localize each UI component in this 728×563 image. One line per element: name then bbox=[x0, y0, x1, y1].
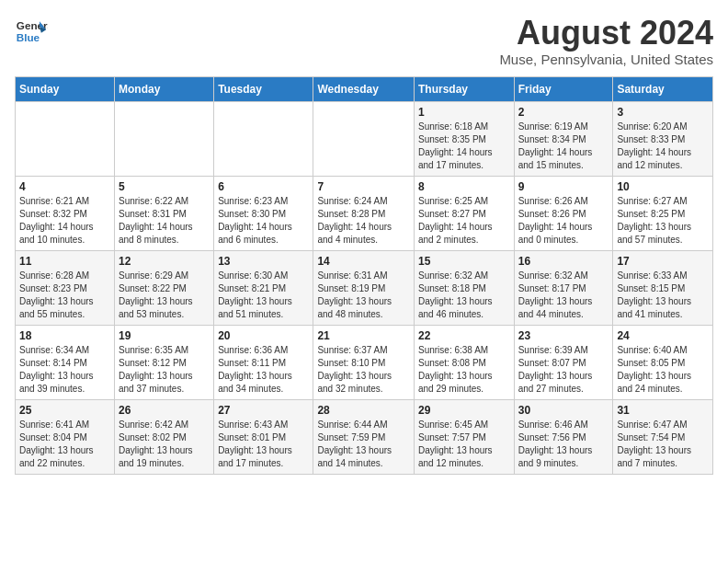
day-detail: Sunrise: 6:39 AM Sunset: 8:07 PM Dayligh… bbox=[518, 344, 609, 396]
day-detail: Sunrise: 6:42 AM Sunset: 8:02 PM Dayligh… bbox=[119, 419, 210, 470]
day-detail: Sunrise: 6:22 AM Sunset: 8:31 PM Dayligh… bbox=[119, 195, 210, 247]
day-number: 28 bbox=[317, 404, 410, 417]
calendar-cell: 27Sunrise: 6:43 AM Sunset: 8:01 PM Dayli… bbox=[214, 399, 313, 474]
calendar-cell: 22Sunrise: 6:38 AM Sunset: 8:08 PM Dayli… bbox=[414, 325, 514, 399]
calendar-cell: 8Sunrise: 6:25 AM Sunset: 8:27 PM Daylig… bbox=[414, 176, 514, 250]
weekday-header-thursday: Thursday bbox=[414, 76, 514, 101]
day-number: 12 bbox=[119, 255, 210, 268]
day-detail: Sunrise: 6:34 AM Sunset: 8:14 PM Dayligh… bbox=[19, 344, 110, 396]
calendar-cell bbox=[214, 101, 313, 176]
day-number: 29 bbox=[418, 404, 510, 417]
calendar-cell: 9Sunrise: 6:26 AM Sunset: 8:26 PM Daylig… bbox=[514, 176, 613, 250]
calendar-cell: 31Sunrise: 6:47 AM Sunset: 7:54 PM Dayli… bbox=[613, 399, 713, 474]
logo-icon: General Blue bbox=[15, 15, 48, 48]
day-number: 15 bbox=[418, 255, 510, 268]
weekday-header-row: SundayMondayTuesdayWednesdayThursdayFrid… bbox=[16, 76, 713, 101]
calendar-cell: 24Sunrise: 6:40 AM Sunset: 8:05 PM Dayli… bbox=[613, 325, 713, 399]
day-detail: Sunrise: 6:35 AM Sunset: 8:12 PM Dayligh… bbox=[119, 344, 210, 396]
day-detail: Sunrise: 6:36 AM Sunset: 8:11 PM Dayligh… bbox=[218, 344, 309, 396]
calendar-cell: 30Sunrise: 6:46 AM Sunset: 7:56 PM Dayli… bbox=[514, 399, 613, 474]
calendar-cell bbox=[313, 101, 415, 176]
calendar-cell: 16Sunrise: 6:32 AM Sunset: 8:17 PM Dayli… bbox=[514, 250, 613, 325]
day-detail: Sunrise: 6:46 AM Sunset: 7:56 PM Dayligh… bbox=[518, 419, 609, 470]
location: Muse, Pennsylvania, United States bbox=[499, 52, 713, 67]
day-number: 16 bbox=[518, 255, 609, 268]
day-number: 14 bbox=[317, 255, 410, 268]
calendar-cell: 29Sunrise: 6:45 AM Sunset: 7:57 PM Dayli… bbox=[414, 399, 514, 474]
day-detail: Sunrise: 6:25 AM Sunset: 8:27 PM Dayligh… bbox=[418, 195, 510, 247]
day-detail: Sunrise: 6:18 AM Sunset: 8:35 PM Dayligh… bbox=[418, 121, 510, 172]
day-number: 7 bbox=[317, 180, 410, 193]
day-number: 21 bbox=[317, 329, 410, 342]
calendar-cell: 10Sunrise: 6:27 AM Sunset: 8:25 PM Dayli… bbox=[613, 176, 713, 250]
day-number: 30 bbox=[518, 404, 609, 417]
week-row-1: 1Sunrise: 6:18 AM Sunset: 8:35 PM Daylig… bbox=[16, 101, 713, 176]
calendar-cell: 17Sunrise: 6:33 AM Sunset: 8:15 PM Dayli… bbox=[613, 250, 713, 325]
calendar-cell: 15Sunrise: 6:32 AM Sunset: 8:18 PM Dayli… bbox=[414, 250, 514, 325]
day-number: 2 bbox=[518, 106, 609, 119]
day-number: 26 bbox=[119, 404, 210, 417]
day-number: 5 bbox=[119, 180, 210, 193]
calendar-cell: 26Sunrise: 6:42 AM Sunset: 8:02 PM Dayli… bbox=[115, 399, 214, 474]
day-detail: Sunrise: 6:24 AM Sunset: 8:28 PM Dayligh… bbox=[317, 195, 410, 247]
day-detail: Sunrise: 6:32 AM Sunset: 8:17 PM Dayligh… bbox=[518, 270, 609, 321]
day-number: 18 bbox=[19, 329, 110, 342]
day-number: 11 bbox=[19, 255, 110, 268]
weekday-header-saturday: Saturday bbox=[613, 76, 713, 101]
day-detail: Sunrise: 6:26 AM Sunset: 8:26 PM Dayligh… bbox=[518, 195, 609, 247]
day-detail: Sunrise: 6:29 AM Sunset: 8:22 PM Dayligh… bbox=[119, 270, 210, 321]
weekday-header-tuesday: Tuesday bbox=[214, 76, 313, 101]
calendar-cell: 18Sunrise: 6:34 AM Sunset: 8:14 PM Dayli… bbox=[16, 325, 115, 399]
weekday-header-monday: Monday bbox=[115, 76, 214, 101]
week-row-2: 4Sunrise: 6:21 AM Sunset: 8:32 PM Daylig… bbox=[16, 176, 713, 250]
calendar-cell: 25Sunrise: 6:41 AM Sunset: 8:04 PM Dayli… bbox=[16, 399, 115, 474]
day-number: 19 bbox=[119, 329, 210, 342]
day-number: 22 bbox=[418, 329, 510, 342]
day-number: 31 bbox=[617, 404, 709, 417]
day-number: 23 bbox=[518, 329, 609, 342]
day-detail: Sunrise: 6:20 AM Sunset: 8:33 PM Dayligh… bbox=[617, 121, 709, 172]
day-detail: Sunrise: 6:40 AM Sunset: 8:05 PM Dayligh… bbox=[617, 344, 709, 396]
calendar-cell: 23Sunrise: 6:39 AM Sunset: 8:07 PM Dayli… bbox=[514, 325, 613, 399]
month-year: August 2024 bbox=[499, 15, 713, 52]
calendar-cell: 28Sunrise: 6:44 AM Sunset: 7:59 PM Dayli… bbox=[313, 399, 415, 474]
day-number: 3 bbox=[617, 106, 709, 119]
day-detail: Sunrise: 6:28 AM Sunset: 8:23 PM Dayligh… bbox=[19, 270, 110, 321]
day-detail: Sunrise: 6:21 AM Sunset: 8:32 PM Dayligh… bbox=[19, 195, 110, 247]
day-detail: Sunrise: 6:38 AM Sunset: 8:08 PM Dayligh… bbox=[418, 344, 510, 396]
day-number: 9 bbox=[518, 180, 609, 193]
svg-text:Blue: Blue bbox=[17, 31, 40, 43]
calendar-cell: 2Sunrise: 6:19 AM Sunset: 8:34 PM Daylig… bbox=[514, 101, 613, 176]
calendar-cell bbox=[16, 101, 115, 176]
calendar-cell: 3Sunrise: 6:20 AM Sunset: 8:33 PM Daylig… bbox=[613, 101, 713, 176]
day-number: 25 bbox=[19, 404, 110, 417]
calendar-cell: 11Sunrise: 6:28 AM Sunset: 8:23 PM Dayli… bbox=[16, 250, 115, 325]
calendar-cell bbox=[115, 101, 214, 176]
calendar-cell: 4Sunrise: 6:21 AM Sunset: 8:32 PM Daylig… bbox=[16, 176, 115, 250]
title-area: August 2024 Muse, Pennsylvania, United S… bbox=[499, 15, 713, 67]
week-row-3: 11Sunrise: 6:28 AM Sunset: 8:23 PM Dayli… bbox=[16, 250, 713, 325]
day-detail: Sunrise: 6:32 AM Sunset: 8:18 PM Dayligh… bbox=[418, 270, 510, 321]
day-detail: Sunrise: 6:44 AM Sunset: 7:59 PM Dayligh… bbox=[317, 419, 410, 470]
day-number: 17 bbox=[617, 255, 709, 268]
day-number: 20 bbox=[218, 329, 309, 342]
weekday-header-sunday: Sunday bbox=[16, 76, 115, 101]
day-number: 8 bbox=[418, 180, 510, 193]
calendar-cell: 19Sunrise: 6:35 AM Sunset: 8:12 PM Dayli… bbox=[115, 325, 214, 399]
calendar-table: SundayMondayTuesdayWednesdayThursdayFrid… bbox=[15, 76, 713, 475]
weekday-header-friday: Friday bbox=[514, 76, 613, 101]
day-detail: Sunrise: 6:45 AM Sunset: 7:57 PM Dayligh… bbox=[418, 419, 510, 470]
day-detail: Sunrise: 6:19 AM Sunset: 8:34 PM Dayligh… bbox=[518, 121, 609, 172]
week-row-4: 18Sunrise: 6:34 AM Sunset: 8:14 PM Dayli… bbox=[16, 325, 713, 399]
calendar-cell: 6Sunrise: 6:23 AM Sunset: 8:30 PM Daylig… bbox=[214, 176, 313, 250]
week-row-5: 25Sunrise: 6:41 AM Sunset: 8:04 PM Dayli… bbox=[16, 399, 713, 474]
day-number: 10 bbox=[617, 180, 709, 193]
day-detail: Sunrise: 6:43 AM Sunset: 8:01 PM Dayligh… bbox=[218, 419, 309, 470]
day-number: 13 bbox=[218, 255, 309, 268]
calendar-cell: 5Sunrise: 6:22 AM Sunset: 8:31 PM Daylig… bbox=[115, 176, 214, 250]
day-detail: Sunrise: 6:27 AM Sunset: 8:25 PM Dayligh… bbox=[617, 195, 709, 247]
day-number: 24 bbox=[617, 329, 709, 342]
calendar-cell: 20Sunrise: 6:36 AM Sunset: 8:11 PM Dayli… bbox=[214, 325, 313, 399]
day-detail: Sunrise: 6:41 AM Sunset: 8:04 PM Dayligh… bbox=[19, 419, 110, 470]
day-detail: Sunrise: 6:30 AM Sunset: 8:21 PM Dayligh… bbox=[218, 270, 309, 321]
